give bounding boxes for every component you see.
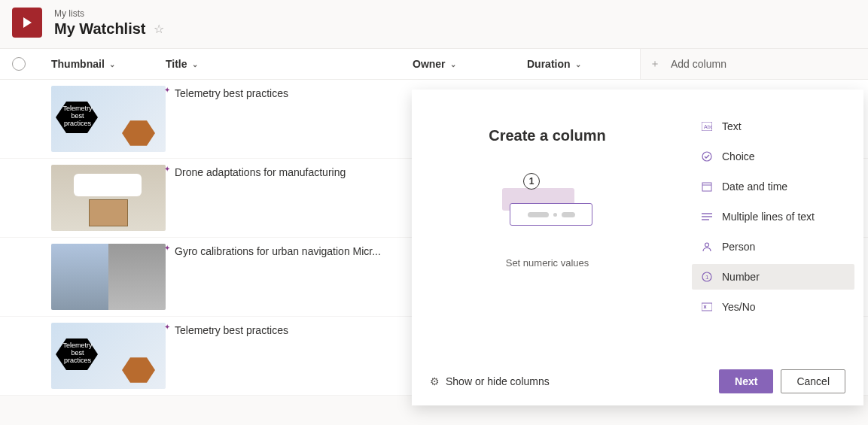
breadcrumb[interactable]: My lists: [54, 8, 164, 19]
chevron-down-icon: ⌄: [109, 60, 115, 68]
column-header-duration[interactable]: Duration ⌄: [527, 58, 640, 70]
spark-icon: ✦: [164, 323, 170, 331]
column-type-person[interactable]: Person: [692, 234, 854, 260]
column-header-owner[interactable]: Owner ⌄: [407, 58, 527, 70]
column-type-list: Abc Text Choice Date and time Multiple l…: [683, 90, 863, 359]
row-title: ✦Telemetry best practices: [166, 323, 407, 389]
thumbnail-image: [51, 165, 166, 231]
favorite-star-icon[interactable]: ☆: [154, 22, 164, 36]
page-header: My lists My Watchlist ☆: [0, 0, 868, 48]
column-type-preview: 1: [502, 178, 592, 230]
spark-icon: ✦: [164, 165, 170, 173]
text-icon: Abc: [701, 120, 713, 132]
spark-icon: ✦: [164, 86, 170, 94]
svg-marker-0: [23, 17, 32, 28]
panel-title: Create a column: [489, 127, 606, 144]
chevron-down-icon: ⌄: [450, 60, 456, 68]
column-label: Duration: [527, 58, 571, 70]
choice-icon: [701, 150, 713, 162]
next-button[interactable]: Next: [719, 369, 773, 393]
add-column-button[interactable]: ＋ Add column: [640, 49, 868, 79]
svg-point-3: [702, 152, 711, 161]
type-label: Text: [722, 120, 742, 132]
row-title: ✦Gyro calibrations for urban navigation …: [166, 244, 407, 310]
select-all[interactable]: [12, 57, 42, 71]
header-text: My lists My Watchlist ☆: [54, 8, 164, 38]
type-label: Choice: [722, 150, 755, 162]
svg-rect-4: [702, 183, 711, 191]
show-hide-columns-link[interactable]: ⚙ Show or hide columns: [430, 375, 550, 387]
svg-point-9: [705, 243, 709, 247]
svg-text:Abc: Abc: [704, 124, 712, 129]
column-type-yesno[interactable]: Yes/No: [692, 294, 854, 320]
row-title: ✦Drone adaptations for manufacturing: [166, 165, 407, 231]
column-type-datetime[interactable]: Date and time: [692, 174, 854, 199]
column-type-multiline[interactable]: Multiple lines of text: [692, 204, 854, 229]
panel-footer: ⚙ Show or hide columns Next Cancel: [412, 359, 863, 405]
chevron-down-icon: ⌄: [575, 60, 581, 68]
spark-icon: ✦: [164, 244, 170, 252]
type-label: Date and time: [722, 181, 787, 193]
type-label: Yes/No: [722, 301, 756, 313]
column-type-number[interactable]: 1 Number: [692, 264, 854, 290]
column-type-choice[interactable]: Choice: [692, 144, 854, 169]
column-label: Title: [166, 58, 187, 70]
column-header-thumbnail[interactable]: Thumbnail ⌄: [42, 58, 166, 70]
number-icon: 1: [701, 271, 713, 283]
svg-rect-12: [702, 303, 712, 311]
column-header-title[interactable]: Title ⌄: [166, 58, 407, 70]
calendar-icon: [701, 181, 713, 193]
thumbnail-label: Telemetry best practices: [59, 105, 96, 128]
page-title: My Watchlist: [54, 20, 146, 38]
play-icon: [20, 15, 35, 30]
svg-text:1: 1: [705, 274, 709, 281]
row-title: ✦Telemetry best practices: [166, 86, 407, 152]
gear-icon: ⚙: [430, 375, 440, 387]
cancel-button[interactable]: Cancel: [781, 369, 845, 393]
plus-icon: ＋: [650, 57, 660, 71]
create-column-panel: Create a column 1 Set numeric values Abc…: [412, 90, 863, 405]
type-label: Number: [722, 271, 760, 283]
yesno-icon: [701, 301, 713, 313]
chevron-down-icon: ⌄: [192, 60, 198, 68]
type-label: Multiple lines of text: [722, 211, 815, 223]
thumbnail-image: [51, 244, 166, 310]
column-type-text[interactable]: Abc Text: [692, 114, 854, 139]
number-badge-icon: 1: [523, 173, 540, 190]
thumbnail-label: Telemetry best practices: [59, 342, 96, 365]
person-icon: [701, 241, 713, 253]
type-label: Person: [722, 241, 755, 253]
list-app-icon: [12, 8, 42, 38]
column-label: Thumbnail: [51, 58, 105, 70]
select-all-circle-icon: [12, 57, 26, 71]
panel-subtitle: Set numeric values: [506, 257, 589, 269]
add-column-label: Add column: [671, 58, 726, 70]
footer-link-label: Show or hide columns: [446, 375, 550, 387]
column-header-row: Thumbnail ⌄ Title ⌄ Owner ⌄ Duration ⌄ ＋…: [0, 48, 868, 80]
thumbnail-image: Telemetry best practices: [51, 86, 166, 152]
panel-preview-area: Create a column 1 Set numeric values: [412, 90, 683, 359]
column-label: Owner: [413, 58, 446, 70]
lines-icon: [701, 211, 713, 223]
thumbnail-image: Telemetry best practices: [51, 323, 166, 389]
